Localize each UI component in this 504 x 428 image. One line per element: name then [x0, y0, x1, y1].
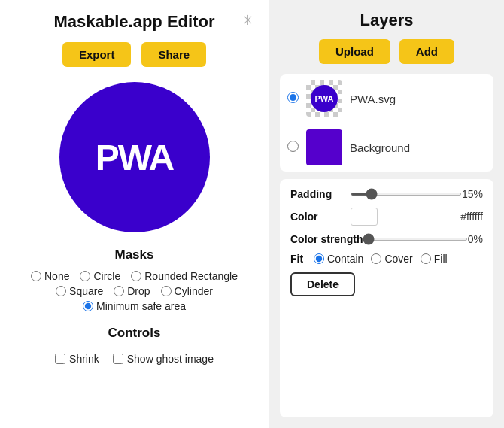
app-title: Maskable.app Editor [54, 12, 215, 32]
preview-pwa-text: PWA [96, 137, 173, 178]
fit-cover-label[interactable]: Cover [371, 253, 412, 265]
color-row: Color #ffffff [290, 208, 483, 226]
color-label: Color [290, 211, 351, 223]
mask-circle[interactable]: Circle [80, 270, 120, 282]
ghost-image-label: Show ghost image [127, 353, 214, 365]
shrink-checkbox-label[interactable]: Shrink [55, 353, 99, 365]
fit-fill-label[interactable]: Fill [421, 253, 448, 265]
mask-drop-radio[interactable] [114, 286, 124, 296]
right-panel: Layers Upload Add PWA PWA.svg Background [269, 0, 504, 428]
padding-label: Padding [290, 188, 351, 200]
color-strength-slider[interactable] [363, 238, 467, 241]
layer-item-bg[interactable]: Background [280, 123, 493, 172]
masks-section: Masks None Circle Rounded Rectangle Squa… [15, 247, 254, 315]
mask-row-3: Minimum safe area [83, 300, 186, 312]
toolbar: Export Share [62, 42, 206, 67]
fit-fill-text: Fill [434, 253, 448, 265]
layer-item-pwa[interactable]: PWA PWA.svg [280, 74, 493, 123]
mask-row-1: None Circle Rounded Rectangle [31, 270, 238, 282]
color-strength-value: 0% [468, 233, 483, 245]
ghost-image-checkbox-label[interactable]: Show ghost image [113, 353, 214, 365]
padding-row: Padding 15% [290, 188, 483, 200]
delete-button[interactable]: Delete [290, 272, 355, 296]
fit-contain-label[interactable]: Contain [314, 253, 363, 265]
fit-fill-radio[interactable] [421, 253, 431, 264]
layer-pwa-thumb: PWA [306, 80, 342, 117]
mask-square-radio[interactable] [56, 286, 66, 296]
masks-title: Masks [115, 247, 154, 263]
fit-row: Fit Contain Cover Fill [290, 253, 483, 265]
layers-title: Layers [280, 11, 493, 30]
layer-bg-thumb [306, 129, 342, 165]
fit-label: Fit [290, 253, 303, 265]
share-button[interactable]: Share [141, 42, 206, 67]
mask-none[interactable]: None [31, 270, 69, 282]
sun-icon: ✳ [242, 12, 254, 29]
controls-title: Controls [108, 326, 161, 341]
padding-slider[interactable] [351, 193, 462, 196]
color-strength-slider-container [363, 238, 467, 241]
export-button[interactable]: Export [62, 42, 132, 67]
icon-preview: PWA [59, 82, 210, 232]
fit-contain-radio[interactable] [314, 253, 324, 264]
left-panel: ✳ Maskable.app Editor Export Share PWA M… [0, 0, 269, 428]
mask-rounded-rect-radio[interactable] [131, 271, 141, 281]
mask-row-2: Square Drop Cylinder [56, 285, 213, 297]
layer-pwa-name: PWA.svg [350, 93, 396, 105]
mask-drop[interactable]: Drop [114, 285, 150, 297]
upload-button[interactable]: Upload [319, 39, 390, 64]
properties-panel: Padding 15% Color #ffffff Color strength… [280, 179, 493, 417]
shrink-label: Shrink [69, 353, 99, 365]
delete-row: Delete [290, 272, 483, 296]
color-swatch[interactable] [351, 208, 378, 226]
padding-slider-container [351, 193, 462, 196]
shrink-checkbox[interactable] [55, 354, 65, 364]
color-strength-row: Color strength 0% [290, 233, 483, 245]
layers-list: PWA PWA.svg Background [280, 74, 493, 172]
color-hex-value: #ffffff [460, 211, 483, 223]
fit-cover-text: Cover [384, 253, 412, 265]
mask-cylinder-radio[interactable] [161, 286, 172, 296]
layers-toolbar: Upload Add [280, 39, 493, 64]
layer-pwa-radio[interactable] [287, 92, 299, 103]
mask-rounded-rect[interactable]: Rounded Rectangle [131, 270, 238, 282]
mask-circle-radio[interactable] [80, 271, 90, 281]
mask-none-radio[interactable] [31, 271, 41, 281]
color-strength-label: Color strength [290, 233, 363, 245]
layer-bg-radio[interactable] [287, 141, 299, 152]
mask-square[interactable]: Square [56, 285, 103, 297]
layer-pwa-radio-wrap[interactable] [287, 92, 299, 106]
controls-row: Shrink Show ghost image [55, 353, 214, 365]
layer-bg-radio-wrap[interactable] [287, 141, 299, 155]
mask-cylinder[interactable]: Cylinder [161, 285, 213, 297]
padding-value: 15% [462, 188, 483, 200]
fit-cover-radio[interactable] [371, 253, 381, 264]
add-button[interactable]: Add [399, 39, 454, 64]
ghost-image-checkbox[interactable] [113, 354, 123, 364]
controls-section: Controls Shrink Show ghost image [15, 326, 254, 365]
mask-minimum-safe-area[interactable]: Minimum safe area [83, 300, 186, 312]
fit-contain-text: Contain [327, 253, 363, 265]
mask-min-safe-radio[interactable] [83, 301, 93, 311]
layer-bg-name: Background [350, 141, 410, 154]
